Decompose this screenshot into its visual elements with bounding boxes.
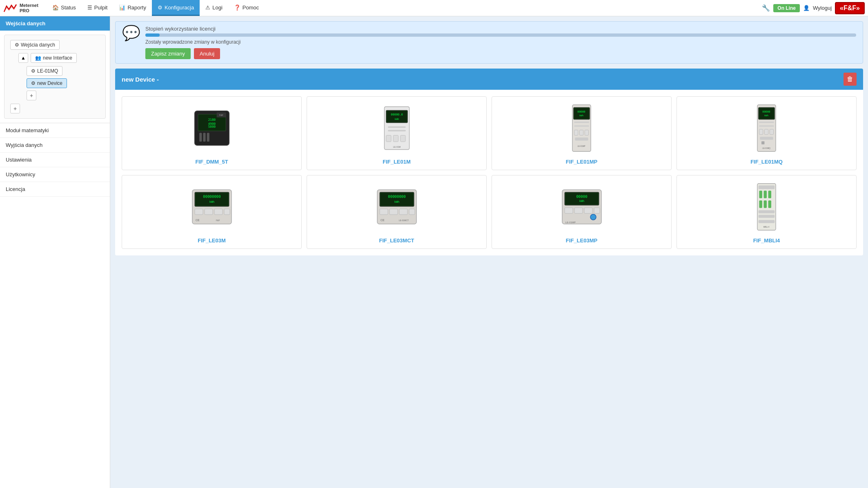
sidebar-menu: Moduł matematyki Wyjścia danych Ustawien…: [0, 123, 110, 197]
sidebar-item-wyjscia[interactable]: Wyjścia danych: [0, 138, 110, 153]
svg-rect-77: [594, 208, 600, 213]
tree-interface-label: new Interface: [43, 55, 72, 61]
svg-rect-16: [388, 126, 406, 128]
svg-point-78: [590, 214, 596, 220]
device-name-fif-le03mct: FIF_LE03MCT: [379, 237, 414, 244]
svg-text:00000: 00000: [577, 110, 585, 113]
svg-rect-7: [203, 133, 205, 142]
license-bar-fill: [145, 33, 160, 37]
svg-rect-54: [214, 209, 223, 215]
nav-items: 🏠 Status ☰ Pulpit 📊 Raporty ⚙ Konfigurac…: [47, 0, 762, 16]
svg-rect-44: [760, 137, 773, 140]
le03mct-svg: 00000000 kWh CE LE-01MCT: [374, 186, 419, 227]
top-navigation: Meternet PRO 🏠 Status ☰ Pulpit 📊 Raporty…: [0, 0, 868, 16]
logo-text-line2: PRO: [20, 8, 38, 13]
svg-text:kWh: kWh: [579, 114, 583, 117]
svg-rect-17: [388, 130, 406, 131]
tree-le01mq-button[interactable]: ⚙ LE-01MQ: [27, 66, 62, 76]
svg-text:LE-01MP: LE-01MP: [565, 221, 576, 224]
delete-device-button[interactable]: 🗑: [844, 73, 857, 86]
chart-icon: 📊: [119, 4, 125, 11]
nav-logi[interactable]: ⚠ Logi: [200, 0, 228, 16]
svg-text:LE-01MCT: LE-01MCT: [399, 219, 409, 222]
trash-icon: 🗑: [847, 75, 853, 83]
svg-rect-31: [585, 130, 588, 135]
tree-add-interface-button[interactable]: +: [10, 104, 20, 113]
tree-newdevice-row: ⚙ new Device: [27, 78, 100, 88]
nav-pomoc[interactable]: ❓ Pomoc: [228, 0, 265, 16]
svg-rect-18: [386, 135, 391, 142]
device-card-fif-le03m[interactable]: 00000000 kWh CE F&F FIF_LE03M: [122, 175, 302, 249]
svg-rect-42: [764, 129, 768, 135]
nav-konfiguracja[interactable]: ⚙ Konfiguracja: [152, 0, 200, 16]
svg-rect-85: [759, 200, 762, 208]
sidebar-item-ustawienia[interactable]: Ustawienia: [0, 153, 110, 167]
nav-status[interactable]: 🏠 Status: [47, 0, 82, 16]
cancel-button[interactable]: Anuluj: [194, 48, 220, 59]
device-card-fif-le01mp[interactable]: 00000 kWh LE-01MP FIF_LE01MP: [492, 96, 672, 170]
svg-rect-45: [761, 141, 764, 144]
main-layout: Wejścia danych ⚙ Wejścia danych ▲ 👥 new …: [0, 16, 868, 488]
svg-rect-55: [224, 209, 230, 215]
user-icon: 👤: [803, 5, 810, 11]
device-card-fif-le03mp[interactable]: 00000 kWh LE-01MP FIF_LE03MP: [492, 175, 672, 249]
device-img-le03mp: 00000 kWh LE-01MP: [495, 180, 668, 233]
device-card-fif-mbli4[interactable]: MBLi-4 FIF_MBLI4: [677, 175, 857, 249]
svg-rect-63: [380, 209, 388, 215]
license-content: Stopień wykorzystanie licencji Zostały w…: [145, 26, 856, 59]
nav-konfiguracja-label: Konfiguracja: [165, 4, 194, 11]
svg-rect-13: [387, 111, 407, 122]
device-img-le01mp: 00000 kWh LE-01MP: [495, 102, 668, 155]
tree-area: ⚙ Wejścia danych ▲ 👥 new Interface: [4, 35, 106, 119]
svg-text:kWh: kWh: [394, 118, 399, 120]
svg-text:kWh: kWh: [209, 200, 214, 204]
nav-raporty[interactable]: 📊 Raporty: [113, 0, 152, 16]
warning-icon: ⚠: [205, 4, 210, 11]
device-card-fif-le03mct[interactable]: 00000000 kWh CE LE-01MCT FIF_LE03MCT: [307, 175, 487, 249]
tree-root-button[interactable]: ⚙ Wejścia danych: [10, 40, 60, 50]
sidebar-item-uzytkownicy[interactable]: Użytkownicy: [0, 167, 110, 182]
svg-rect-86: [764, 200, 767, 208]
nav-pulpit[interactable]: ☰ Pulpit: [82, 0, 114, 16]
tree-add-child-button[interactable]: +: [27, 91, 36, 100]
tree-newdevice-button[interactable]: ⚙ new Device: [27, 78, 67, 88]
svg-rect-64: [389, 209, 398, 215]
license-bar: [145, 33, 856, 37]
svg-rect-40: [759, 126, 774, 127]
menu-icon: ☰: [87, 4, 92, 11]
svg-rect-27: [574, 122, 589, 123]
device-card-fif-le01mq[interactable]: 00000 kWh LE-01MQ FIF_LE01MQ: [677, 96, 857, 170]
le01m-svg: 00000.0 kWh LE-01M: [383, 104, 411, 153]
tree-newdevice-label: new Device: [37, 80, 62, 86]
tree-add-child-row: +: [27, 91, 100, 100]
tree-collapse-button[interactable]: ▲: [18, 53, 28, 63]
sidebar-item-licencja[interactable]: Licencja: [0, 182, 110, 197]
license-message: Zostały wprowadzone zmiany w konfiguracj…: [145, 39, 856, 45]
svg-rect-53: [205, 209, 213, 215]
save-button[interactable]: Zapisz zmiany: [145, 48, 191, 59]
svg-rect-52: [195, 209, 203, 215]
device-name-fif-mbli4: FIF_MBLI4: [753, 237, 780, 244]
help-icon: ❓: [234, 4, 240, 11]
svg-text:5000: 5000: [208, 125, 216, 129]
svg-rect-88: [759, 210, 775, 213]
device-name-fif-dmm-5t: FIF_DMM_5T: [195, 159, 228, 165]
nav-status-label: Status: [61, 4, 76, 11]
sidebar-item-modul[interactable]: Moduł matematyki: [0, 123, 110, 138]
device-name-fif-le01mp: FIF_LE01MP: [566, 159, 597, 165]
nav-right: 🔧 On Line 👤 Wyloguj «F&F»: [762, 2, 865, 14]
device-img-le03mct: 00000000 kWh CE LE-01MCT: [310, 180, 483, 233]
device-img-dmm5t: 2180 4900 5000 F&F: [125, 102, 298, 155]
svg-text:kWh: kWh: [764, 114, 768, 117]
svg-text:2180: 2180: [208, 118, 216, 122]
svg-rect-30: [579, 130, 583, 135]
device-grid: 2180 4900 5000 F&F FIF_DMM_5T: [115, 90, 863, 255]
svg-rect-6: [199, 133, 202, 142]
logout-button[interactable]: Wyloguj: [813, 5, 832, 11]
tree-interface-button[interactable]: 👥 new Interface: [31, 53, 77, 63]
svg-text:LE-01MQ: LE-01MQ: [762, 147, 770, 149]
svg-rect-20: [400, 135, 405, 142]
device-card-fif-le01m[interactable]: 00000.0 kWh LE-01M FIF_LE01M: [307, 96, 487, 170]
le03mp-svg: 00000 kWh LE-01MP: [559, 186, 604, 227]
device-card-fif-dmm-5t[interactable]: 2180 4900 5000 F&F FIF_DMM_5T: [122, 96, 302, 170]
